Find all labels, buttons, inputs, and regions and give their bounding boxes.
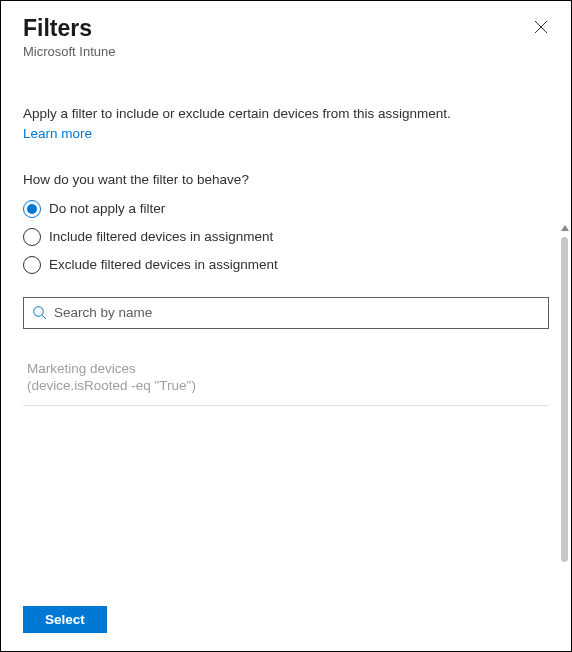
learn-more-link[interactable]: Learn more bbox=[23, 126, 92, 141]
radio-option-exclude[interactable]: Exclude filtered devices in assignment bbox=[23, 251, 549, 279]
description-text: Apply a filter to include or exclude cer… bbox=[23, 105, 549, 124]
svg-line-3 bbox=[42, 315, 46, 319]
behavior-question: How do you want the filter to behave? bbox=[23, 172, 549, 187]
radio-option-include[interactable]: Include filtered devices in assignment bbox=[23, 223, 549, 251]
radio-icon bbox=[23, 228, 41, 246]
close-icon bbox=[534, 20, 548, 34]
search-box[interactable] bbox=[23, 297, 549, 329]
search-icon bbox=[32, 305, 48, 321]
select-button[interactable]: Select bbox=[23, 606, 107, 633]
radio-icon bbox=[23, 200, 41, 218]
svg-point-2 bbox=[34, 307, 44, 317]
panel-content: Apply a filter to include or exclude cer… bbox=[1, 67, 571, 592]
radio-label: Include filtered devices in assignment bbox=[49, 229, 273, 244]
scrollbar-thumb[interactable] bbox=[561, 237, 568, 562]
filter-item-rule: (device.isRooted -eq "True") bbox=[27, 378, 545, 393]
panel-footer: Select bbox=[1, 592, 571, 651]
radio-label: Exclude filtered devices in assignment bbox=[49, 257, 278, 272]
radio-icon bbox=[23, 256, 41, 274]
panel-title: Filters bbox=[23, 15, 549, 42]
search-input[interactable] bbox=[54, 305, 540, 320]
filter-item-name: Marketing devices bbox=[27, 361, 545, 376]
scroll-arrow-up-icon[interactable] bbox=[561, 225, 569, 231]
radio-option-no-filter[interactable]: Do not apply a filter bbox=[23, 195, 549, 223]
radio-label: Do not apply a filter bbox=[49, 201, 165, 216]
close-button[interactable] bbox=[531, 17, 551, 37]
panel-subtitle: Microsoft Intune bbox=[23, 44, 549, 59]
radio-group: Do not apply a filter Include filtered d… bbox=[23, 195, 549, 279]
filter-list-item[interactable]: Marketing devices (device.isRooted -eq "… bbox=[23, 351, 549, 406]
panel-header: Filters Microsoft Intune bbox=[1, 1, 571, 67]
